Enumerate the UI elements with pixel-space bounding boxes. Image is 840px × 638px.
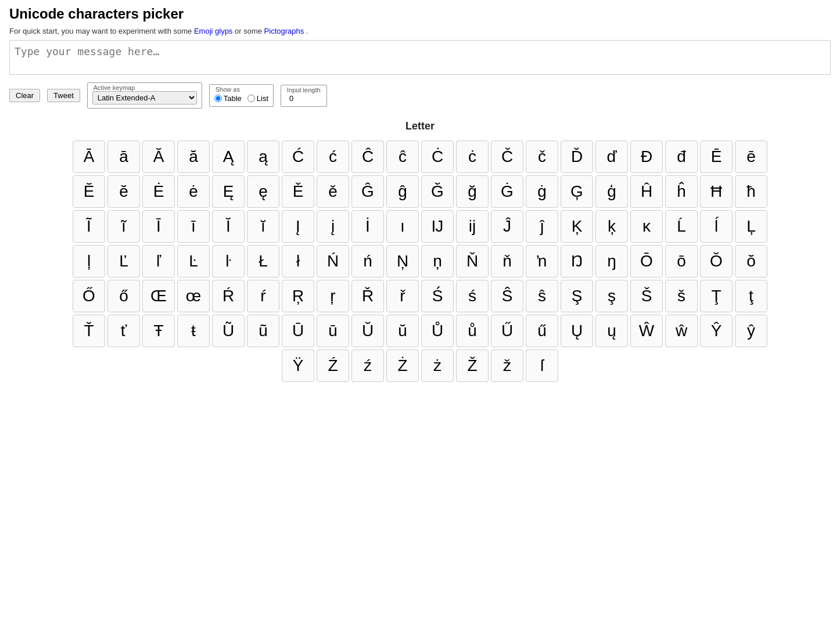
char-cell[interactable]: Ĕ: [73, 175, 105, 208]
char-cell[interactable]: Ŏ: [700, 245, 733, 277]
list-radio-label[interactable]: List: [247, 94, 268, 103]
char-cell[interactable]: Ĝ: [351, 175, 384, 208]
message-input[interactable]: [9, 40, 831, 75]
char-cell[interactable]: ŕ: [247, 280, 279, 312]
char-cell[interactable]: Ĉ: [351, 140, 384, 173]
char-cell[interactable]: Į: [282, 210, 314, 243]
char-cell[interactable]: ő: [107, 280, 140, 312]
char-cell[interactable]: ł: [282, 245, 314, 277]
char-cell[interactable]: Ŗ: [282, 280, 314, 312]
char-cell[interactable]: Ĵ: [491, 210, 523, 243]
char-cell[interactable]: Ċ: [421, 140, 454, 173]
char-cell[interactable]: ų: [595, 315, 628, 347]
char-cell[interactable]: ř: [386, 280, 419, 312]
char-cell[interactable]: Ď: [561, 140, 593, 173]
char-cell[interactable]: Ń: [317, 245, 349, 277]
char-cell[interactable]: ć: [317, 140, 349, 173]
char-cell[interactable]: Đ: [630, 140, 663, 173]
char-cell[interactable]: ŧ: [177, 315, 210, 347]
char-cell[interactable]: Ā: [73, 140, 105, 173]
char-cell[interactable]: Ť: [73, 315, 105, 347]
char-cell[interactable]: Ū: [282, 315, 314, 347]
char-cell[interactable]: ě: [317, 175, 349, 208]
char-cell[interactable]: Ğ: [421, 175, 454, 208]
char-cell[interactable]: Ŧ: [142, 315, 175, 347]
char-cell[interactable]: Ļ: [735, 210, 767, 243]
char-cell[interactable]: đ: [665, 140, 698, 173]
char-cell[interactable]: ũ: [247, 315, 279, 347]
char-cell[interactable]: ı: [386, 210, 419, 243]
char-cell[interactable]: Ű: [491, 315, 523, 347]
char-cell[interactable]: ĸ: [630, 210, 663, 243]
char-cell[interactable]: ŋ: [595, 245, 628, 277]
char-cell[interactable]: ś: [456, 280, 489, 312]
char-cell[interactable]: ž: [491, 349, 523, 382]
char-cell[interactable]: ė: [177, 175, 210, 208]
pictographs-link[interactable]: Pictographs: [264, 27, 304, 35]
char-cell[interactable]: ą: [247, 140, 279, 173]
char-cell[interactable]: ĕ: [107, 175, 140, 208]
char-cell[interactable]: Ż: [386, 349, 419, 382]
char-cell[interactable]: š: [665, 280, 698, 312]
char-cell[interactable]: Ÿ: [282, 349, 314, 382]
char-cell[interactable]: ō: [665, 245, 698, 277]
char-cell[interactable]: Ů: [421, 315, 454, 347]
char-cell[interactable]: Ź: [317, 349, 349, 382]
table-radio-label[interactable]: Table: [214, 94, 242, 103]
char-cell[interactable]: Ų: [561, 315, 593, 347]
char-cell[interactable]: Ĩ: [73, 210, 105, 243]
char-cell[interactable]: ĳ: [456, 210, 489, 243]
char-cell[interactable]: Ō: [630, 245, 663, 277]
char-cell[interactable]: ĩ: [107, 210, 140, 243]
char-cell[interactable]: ſ: [526, 349, 558, 382]
char-cell[interactable]: Ė: [142, 175, 175, 208]
char-cell[interactable]: ş: [595, 280, 628, 312]
keymap-select[interactable]: Latin Extended-ALatin Extended-BBasic La…: [92, 91, 197, 104]
char-cell[interactable]: ż: [421, 349, 454, 382]
char-cell[interactable]: Ł: [247, 245, 279, 277]
char-cell[interactable]: č: [526, 140, 558, 173]
char-cell[interactable]: ź: [351, 349, 384, 382]
char-cell[interactable]: ń: [351, 245, 384, 277]
char-cell[interactable]: ĵ: [526, 210, 558, 243]
char-cell[interactable]: Œ: [142, 280, 175, 312]
char-cell[interactable]: ļ: [73, 245, 105, 277]
char-cell[interactable]: Ī: [142, 210, 175, 243]
list-radio[interactable]: [247, 95, 255, 102]
char-cell[interactable]: Ě: [282, 175, 314, 208]
char-cell[interactable]: Ř: [351, 280, 384, 312]
char-cell[interactable]: ŭ: [386, 315, 419, 347]
char-cell[interactable]: ű: [526, 315, 558, 347]
char-cell[interactable]: Ă: [142, 140, 175, 173]
emoji-link[interactable]: Emoji glyps: [194, 27, 232, 35]
char-cell[interactable]: ū: [317, 315, 349, 347]
char-cell[interactable]: Ņ: [386, 245, 419, 277]
char-cell[interactable]: ŏ: [735, 245, 767, 277]
char-cell[interactable]: ī: [177, 210, 210, 243]
char-cell[interactable]: ŷ: [735, 315, 767, 347]
char-cell[interactable]: ţ: [735, 280, 767, 312]
char-cell[interactable]: Ŕ: [212, 280, 245, 312]
char-cell[interactable]: ņ: [421, 245, 454, 277]
char-cell[interactable]: Ő: [73, 280, 105, 312]
char-cell[interactable]: Ž: [456, 349, 489, 382]
char-cell[interactable]: Ć: [282, 140, 314, 173]
clear-button[interactable]: Clear: [9, 89, 40, 102]
char-cell[interactable]: Ķ: [561, 210, 593, 243]
char-cell[interactable]: Ş: [561, 280, 593, 312]
char-cell[interactable]: ĉ: [386, 140, 419, 173]
char-cell[interactable]: ę: [247, 175, 279, 208]
char-cell[interactable]: Š: [630, 280, 663, 312]
char-cell[interactable]: Ś: [421, 280, 454, 312]
char-cell[interactable]: Ē: [700, 140, 733, 173]
char-cell[interactable]: Ĳ: [421, 210, 454, 243]
char-cell[interactable]: ĝ: [386, 175, 419, 208]
char-cell[interactable]: ĥ: [665, 175, 698, 208]
char-cell[interactable]: ă: [177, 140, 210, 173]
char-cell[interactable]: Ŷ: [700, 315, 733, 347]
char-cell[interactable]: ů: [456, 315, 489, 347]
char-cell[interactable]: ŝ: [526, 280, 558, 312]
char-cell[interactable]: Ĭ: [212, 210, 245, 243]
char-cell[interactable]: ġ: [526, 175, 558, 208]
char-cell[interactable]: į: [317, 210, 349, 243]
